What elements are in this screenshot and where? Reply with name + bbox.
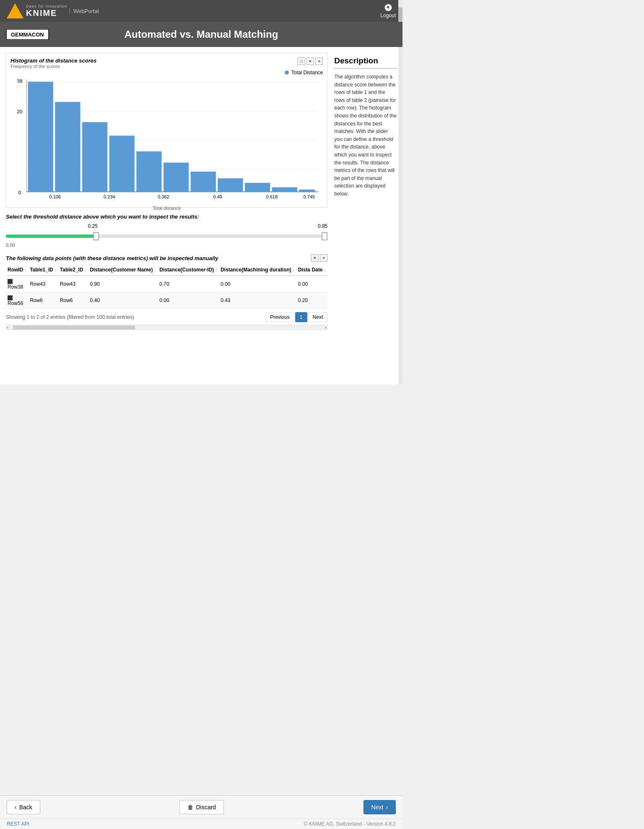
svg-rect-16 bbox=[191, 172, 216, 192]
table-row: Row56 Row6 Row6 0.40 0.00 0.43 0.20 bbox=[6, 292, 327, 309]
svg-text:0.618: 0.618 bbox=[266, 194, 278, 199]
back-chevron-icon: ‹ bbox=[15, 804, 17, 811]
slider-track-wrapper bbox=[6, 232, 327, 241]
col-table2id[interactable]: Table2_ID ↕ bbox=[58, 264, 88, 276]
logo-wrapper: Open for Innovation KNIME WebPortal bbox=[7, 3, 99, 18]
cell-dist-custname-0: 0.90 bbox=[88, 276, 158, 292]
svg-rect-11 bbox=[55, 102, 80, 192]
next-chevron-icon: › bbox=[386, 804, 388, 811]
cell-dist-machdur-1: 0.43 bbox=[219, 292, 296, 309]
cell-table2id-0: Row43 bbox=[58, 276, 88, 292]
legend-label: Total Distance bbox=[291, 70, 323, 76]
back-button[interactable]: ‹ Back bbox=[7, 800, 40, 814]
page-1-button[interactable]: 1 bbox=[295, 312, 307, 322]
legend: Total Distance bbox=[10, 70, 323, 76]
brand-box: GEMMACON bbox=[6, 29, 49, 40]
cell-dist-date-1: 0.20 bbox=[296, 292, 328, 309]
content-area: Histogram of the distance scores Frequen… bbox=[0, 47, 402, 384]
table-controls: ✕ ≡ bbox=[311, 254, 327, 262]
scroll-thumb[interactable] bbox=[13, 326, 135, 330]
logo-group: Open for Innovation KNIME WebPortal bbox=[7, 3, 99, 18]
table-close-button[interactable]: ✕ bbox=[311, 254, 319, 262]
next-page-button[interactable]: Next bbox=[308, 312, 328, 322]
svg-rect-14 bbox=[136, 151, 161, 192]
histogram-container: Histogram of the distance scores Frequen… bbox=[6, 53, 327, 208]
col-dist-machdur[interactable]: Distance(Machining duration) ↕ bbox=[219, 264, 296, 276]
svg-rect-10 bbox=[28, 82, 53, 192]
row-icon-0 bbox=[8, 279, 13, 284]
scroll-left-arrow[interactable]: ‹ bbox=[6, 326, 9, 330]
nav-buttons-row: ‹ Back 🗑 Discard Next › bbox=[0, 796, 402, 819]
svg-text:0.362: 0.362 bbox=[158, 194, 169, 199]
page-title: Automated vs. Manual Matching bbox=[7, 29, 396, 40]
cell-dist-custid-0: 0.70 bbox=[158, 276, 219, 292]
svg-rect-18 bbox=[245, 183, 270, 192]
col-rowid[interactable]: RowID ↕ bbox=[6, 264, 28, 276]
description-text: The algorithm computes a distance score … bbox=[334, 73, 397, 198]
row-icon-1 bbox=[8, 295, 13, 300]
slider-values: 0.25 0.85 bbox=[6, 223, 327, 224]
bottom-bar: ‹ Back 🗑 Discard Next › REST API © KNIME… bbox=[0, 795, 402, 829]
col-dist-date[interactable]: Dista Date ↕ bbox=[296, 264, 328, 276]
x-axis-label: Total distance bbox=[10, 206, 323, 211]
cell-table1id-0: Row43 bbox=[28, 276, 58, 292]
svg-rect-17 bbox=[218, 178, 243, 192]
footer-row: REST API © KNIME AG, Switzerland - Versi… bbox=[0, 819, 402, 829]
rest-api-link[interactable]: REST API bbox=[7, 821, 29, 827]
histogram-chart: 38 20 0 bbox=[10, 77, 323, 203]
slider-section: Select the threshold distance above whic… bbox=[6, 214, 327, 248]
col-dist-custid[interactable]: Distance(Customer-ID) ↕ bbox=[158, 264, 219, 276]
svg-text:0.234: 0.234 bbox=[104, 194, 115, 199]
logout-button[interactable]: Logout bbox=[380, 3, 396, 18]
svg-rect-19 bbox=[272, 188, 297, 192]
slider-fill bbox=[6, 235, 96, 238]
pagination-controls: Previous 1 Next bbox=[265, 312, 327, 322]
col-table1id[interactable]: Table1_ID ↕ bbox=[28, 264, 58, 276]
slider-track[interactable] bbox=[6, 235, 327, 238]
data-table: RowID ↕ Table1_ID ↕ Table2_ID ↕ Distance… bbox=[6, 264, 327, 309]
power-icon bbox=[384, 3, 392, 12]
title-bar: GEMMACON Automated vs. Manual Matching bbox=[0, 22, 402, 47]
slider-min-label: 0.00 bbox=[6, 242, 327, 248]
svg-text:0: 0 bbox=[18, 190, 21, 196]
slider-right-value: 0.85 bbox=[318, 223, 327, 229]
chart-export-button[interactable]: □ bbox=[298, 57, 305, 65]
col-dist-custname[interactable]: Distance(Customer Name) ↕ bbox=[88, 264, 158, 276]
table-menu-button[interactable]: ≡ bbox=[320, 254, 327, 262]
cell-dist-custid-1: 0.00 bbox=[158, 292, 219, 309]
cell-dist-custname-1: 0.40 bbox=[88, 292, 158, 309]
svg-text:20: 20 bbox=[17, 109, 23, 115]
slider-left-value: 0.25 bbox=[88, 223, 97, 229]
svg-text:0.106: 0.106 bbox=[49, 194, 61, 199]
cell-dist-date-0: 0.00 bbox=[296, 276, 328, 292]
trash-icon: 🗑 bbox=[187, 804, 193, 811]
cell-rowid-0: Row38 bbox=[6, 276, 28, 292]
next-button[interactable]: Next › bbox=[364, 800, 396, 814]
chart-menu-button[interactable]: ≡ bbox=[315, 57, 323, 65]
svg-rect-12 bbox=[82, 122, 107, 192]
cell-table1id-1: Row6 bbox=[28, 292, 58, 309]
slider-handle-right[interactable] bbox=[322, 232, 327, 240]
logout-label: Logout bbox=[380, 13, 396, 18]
pagination-bar: Showing 1 to 2 of 2 entries (filtered fr… bbox=[6, 312, 327, 322]
logo-open-text: Open for Innovation bbox=[26, 4, 67, 8]
vertical-scrollbar[interactable] bbox=[398, 0, 402, 384]
svg-text:0.745: 0.745 bbox=[304, 194, 315, 199]
cell-dist-machdur-0: 0.00 bbox=[219, 276, 296, 292]
chart-close-button[interactable]: ✕ bbox=[306, 57, 314, 65]
svg-rect-15 bbox=[164, 163, 189, 192]
slider-label: Select the threshold distance above whic… bbox=[6, 214, 327, 220]
logo-webportal-text: WebPortal bbox=[70, 8, 99, 14]
pagination-info: Showing 1 to 2 of 2 entries (filtered fr… bbox=[6, 314, 134, 320]
svg-text:0.49: 0.49 bbox=[213, 194, 222, 199]
header: Open for Innovation KNIME WebPortal Logo… bbox=[0, 0, 402, 22]
svg-rect-20 bbox=[299, 190, 315, 192]
slider-handle-left[interactable] bbox=[93, 232, 99, 240]
table-row: Row38 Row43 Row43 0.90 0.70 0.00 0.00 bbox=[6, 276, 327, 292]
discard-button[interactable]: 🗑 Discard bbox=[179, 800, 223, 814]
cell-rowid-1: Row56 bbox=[6, 292, 28, 309]
prev-page-button[interactable]: Previous bbox=[265, 312, 294, 322]
horizontal-scrollbar[interactable]: ‹ › bbox=[6, 325, 327, 330]
scroll-right-arrow[interactable]: › bbox=[324, 326, 327, 330]
histogram-subtitle: Frequency of the scores bbox=[10, 64, 323, 69]
